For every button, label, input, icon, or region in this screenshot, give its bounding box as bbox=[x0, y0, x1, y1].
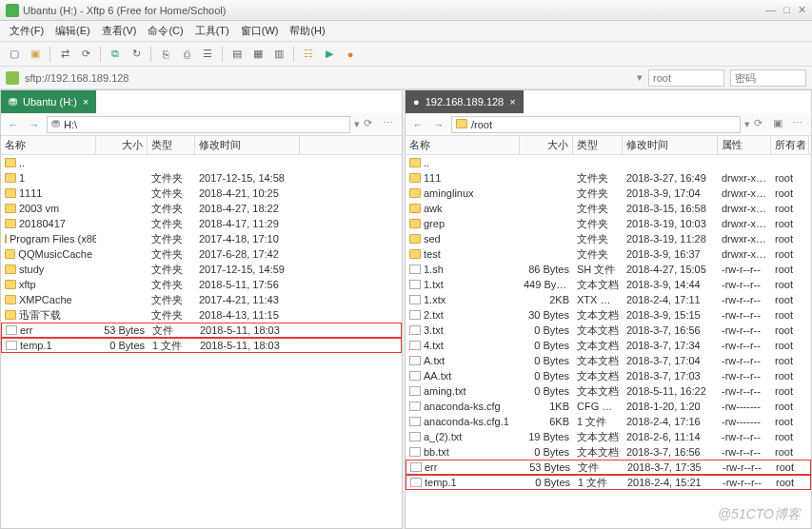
menu-file[interactable]: 文件(F) bbox=[4, 24, 50, 38]
list-item[interactable]: 2003 vm文件夹2018-4-27, 18:22 bbox=[1, 201, 402, 216]
col-perm[interactable]: 属性 bbox=[718, 136, 771, 154]
list-item[interactable]: temp.10 Bytes1 文件2018-5-11, 18:03 bbox=[1, 338, 402, 353]
list-item[interactable]: aming.txt0 Bytes文本文档2018-5-11, 16:22-rw-… bbox=[406, 383, 811, 399]
list-item[interactable]: 111文件夹2018-3-27, 16:49drwxr-xr-xroot bbox=[406, 170, 811, 186]
menu-view[interactable]: 查看(V) bbox=[96, 24, 143, 38]
remote-tab[interactable]: ● 192.168.189.128 × bbox=[406, 90, 524, 113]
col-type[interactable]: 类型 bbox=[148, 136, 195, 154]
local-file-list[interactable]: ..1文件夹2017-12-15, 14:581111文件夹2018-4-21,… bbox=[1, 155, 402, 528]
new-icon[interactable]: ▢ bbox=[6, 46, 23, 63]
back-icon[interactable]: ← bbox=[409, 116, 426, 133]
host-icon: ● bbox=[413, 96, 420, 108]
list-item[interactable]: Program Files (x86)文件夹2017-4-18, 17:10 bbox=[1, 231, 402, 246]
dropdown-icon[interactable]: ▾ bbox=[637, 71, 643, 84]
copy-icon[interactable]: ⎘ bbox=[157, 46, 174, 63]
dropdown-icon[interactable]: ▾ bbox=[744, 118, 750, 130]
list-item[interactable]: grep文件夹2018-3-19, 10:03drwxr-xr-xroot bbox=[406, 216, 811, 231]
list-item[interactable]: 20180417文件夹2018-4-17, 11:29 bbox=[1, 216, 402, 231]
menubar: 文件(F) 编辑(E) 查看(V) 命令(C) 工具(T) 窗口(W) 帮助(H… bbox=[0, 21, 812, 42]
view1-icon[interactable]: ▤ bbox=[228, 46, 246, 63]
list-item[interactable]: xftp文件夹2018-5-11, 17:56 bbox=[1, 277, 402, 292]
close-tab-icon[interactable]: × bbox=[509, 96, 515, 108]
browse-icon[interactable]: ⋯ bbox=[792, 117, 807, 132]
list-item[interactable]: err53 Bytes文件2018-3-7, 17:35-rw-r--r--ro… bbox=[406, 460, 811, 475]
list-item[interactable]: XMPCache文件夹2017-4-21, 11:43 bbox=[1, 292, 402, 307]
maximize-button[interactable]: □ bbox=[783, 4, 790, 16]
list-item[interactable]: .. bbox=[1, 155, 402, 170]
separator bbox=[293, 47, 294, 62]
forward-icon[interactable]: → bbox=[26, 116, 43, 133]
list-item[interactable]: aminglinux文件夹2018-3-9, 17:04drwxr-xr-xro… bbox=[406, 186, 811, 201]
remote-file-list[interactable]: ..111文件夹2018-3-27, 16:49drwxr-xr-xrootam… bbox=[406, 155, 811, 528]
local-columns: 名称 大小 类型 修改时间 bbox=[1, 136, 402, 155]
col-name[interactable]: 名称 bbox=[1, 136, 96, 154]
sync-icon[interactable]: ↻ bbox=[128, 46, 145, 63]
list-item[interactable]: 4.txt0 Bytes文本文档2018-3-7, 17:34-rw-r--r-… bbox=[406, 338, 811, 353]
link-icon[interactable]: ⇄ bbox=[56, 46, 73, 63]
props-icon[interactable]: ☰ bbox=[199, 46, 216, 63]
col-owner[interactable]: 所有者 bbox=[771, 136, 809, 154]
remote-path-field[interactable]: /root bbox=[451, 116, 741, 133]
run-icon[interactable]: ▶ bbox=[321, 46, 338, 63]
separator bbox=[150, 47, 151, 62]
local-tab[interactable]: ⛃ Ubantu (H:) × bbox=[1, 90, 96, 113]
list-item[interactable]: anaconda-ks.cfg1KBCFG 文件2018-1-20, 1:20-… bbox=[406, 399, 811, 414]
view3-icon[interactable]: ▥ bbox=[270, 46, 287, 63]
list-item[interactable]: 1文件夹2017-12-15, 14:58 bbox=[1, 170, 402, 186]
list-item[interactable]: 迅雷下载文件夹2018-4-13, 11:15 bbox=[1, 307, 402, 323]
new-window-icon[interactable]: ⧉ bbox=[107, 46, 124, 63]
open-icon[interactable]: ▣ bbox=[27, 46, 44, 63]
close-tab-icon[interactable]: × bbox=[83, 96, 89, 108]
menu-cmd[interactable]: 命令(C) bbox=[142, 24, 188, 38]
user-field[interactable] bbox=[648, 69, 724, 87]
list-item[interactable]: bb.txt0 Bytes文本文档2018-3-7, 16:56-rw-r--r… bbox=[406, 444, 811, 460]
reconnect-icon[interactable]: ⟳ bbox=[77, 46, 94, 63]
menu-edit[interactable]: 编辑(E) bbox=[50, 24, 96, 38]
col-name[interactable]: 名称 bbox=[406, 136, 520, 154]
paste-icon[interactable]: ⎙ bbox=[178, 46, 195, 63]
list-item[interactable]: 1.txt449 Bytes文本文档2018-3-9, 14:44-rw-r--… bbox=[406, 277, 811, 292]
path-text: /root bbox=[471, 119, 492, 130]
list-item[interactable]: temp.10 Bytes1 文件2018-2-4, 15:21-rw-r--r… bbox=[406, 475, 811, 490]
col-date[interactable]: 修改时间 bbox=[195, 136, 300, 154]
menu-help[interactable]: 帮助(H) bbox=[284, 24, 330, 38]
list-item[interactable]: A.txt0 Bytes文本文档2018-3-7, 17:04-rw-r--r-… bbox=[406, 353, 811, 368]
browse-icon[interactable]: ⋯ bbox=[383, 117, 398, 132]
col-type[interactable]: 类型 bbox=[573, 136, 623, 154]
refresh-icon[interactable]: ⟳ bbox=[364, 117, 379, 132]
close-button[interactable]: ✕ bbox=[798, 4, 806, 16]
list-item[interactable]: err53 Bytes文件2018-5-11, 18:03 bbox=[1, 323, 402, 338]
local-path-field[interactable]: ⛃ H:\ bbox=[47, 116, 350, 133]
filter-icon[interactable]: ☷ bbox=[300, 46, 317, 63]
forward-icon[interactable]: → bbox=[430, 116, 447, 133]
list-item[interactable]: 1.xtx2KBXTX 文件2018-2-4, 17:11-rw-r--r--r… bbox=[406, 292, 811, 307]
new-folder-icon[interactable]: ▣ bbox=[773, 117, 788, 132]
list-item[interactable]: anaconda-ks.cfg.16KB1 文件2018-2-4, 17:16-… bbox=[406, 414, 811, 429]
tab-label: Ubantu (H:) bbox=[23, 96, 77, 108]
back-icon[interactable]: ← bbox=[5, 116, 22, 133]
list-item[interactable]: 1.sh86 BytesSH 文件2018-4-27, 15:05-rw-r--… bbox=[406, 262, 811, 277]
menu-tool[interactable]: 工具(T) bbox=[189, 24, 235, 38]
list-item[interactable]: a_(2).txt19 Bytes文本文档2018-2-6, 11:14-rw-… bbox=[406, 429, 811, 444]
col-size[interactable]: 大小 bbox=[520, 136, 573, 154]
view2-icon[interactable]: ▦ bbox=[249, 46, 267, 63]
minimize-button[interactable]: — bbox=[765, 4, 776, 16]
col-size[interactable]: 大小 bbox=[96, 136, 148, 154]
list-item[interactable]: study文件夹2017-12-15, 14:59 bbox=[1, 262, 402, 277]
list-item[interactable]: 1111文件夹2018-4-21, 10:25 bbox=[1, 186, 402, 201]
menu-window[interactable]: 窗口(W) bbox=[235, 24, 285, 38]
password-field[interactable] bbox=[730, 69, 806, 87]
list-item[interactable]: sed文件夹2018-3-19, 11:28drwxr-xr-xroot bbox=[406, 231, 811, 246]
list-item[interactable]: test文件夹2018-3-9, 16:37drwxr-xr-xroot bbox=[406, 246, 811, 262]
list-item[interactable]: AA.txt0 Bytes文本文档2018-3-7, 17:03-rw-r--r… bbox=[406, 368, 811, 383]
list-item[interactable]: awk文件夹2018-3-15, 16:58drwxr-xr-xroot bbox=[406, 201, 811, 216]
list-item[interactable]: .. bbox=[406, 155, 811, 170]
dropdown-icon[interactable]: ▾ bbox=[354, 118, 360, 130]
list-item[interactable]: 3.txt0 Bytes文本文档2018-3-7, 16:56-rw-r--r-… bbox=[406, 323, 811, 338]
list-item[interactable]: 2.txt30 Bytes文本文档2018-3-9, 15:15-rw-r--r… bbox=[406, 307, 811, 323]
refresh-icon[interactable]: ⟳ bbox=[754, 117, 769, 132]
list-item[interactable]: QQMusicCache文件夹2017-6-28, 17:42 bbox=[1, 246, 402, 262]
help-icon[interactable]: ● bbox=[342, 46, 359, 63]
address-url[interactable]: sftp://192.168.189.128 bbox=[25, 72, 631, 84]
col-date[interactable]: 修改时间 bbox=[623, 136, 718, 154]
